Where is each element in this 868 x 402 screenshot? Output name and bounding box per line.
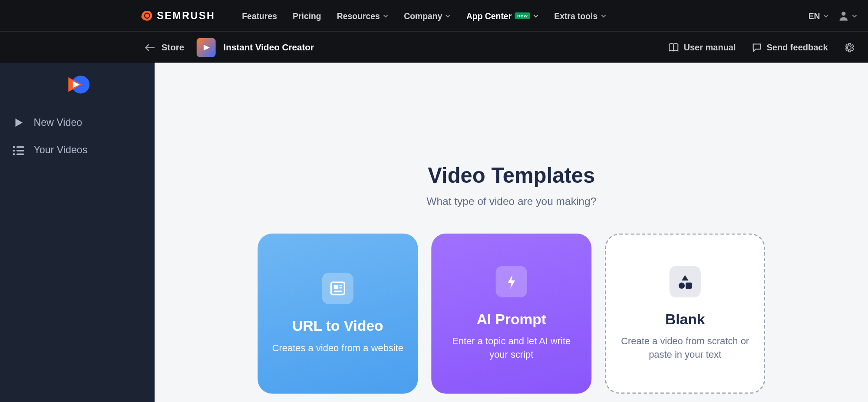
svg-point-8 [13,153,15,155]
app-icon [197,38,216,57]
nav-extra-tools[interactable]: Extra tools [554,11,606,20]
link-label: User manual [684,42,736,52]
nav-resources[interactable]: Resources [337,11,388,20]
svg-rect-12 [334,290,342,292]
send-feedback-link[interactable]: Send feedback [752,42,828,52]
sidebar-logo [0,74,155,95]
nav-label: App Center [466,11,512,20]
chevron-down-icon [852,13,857,18]
card-title: URL to Video [292,317,383,335]
svg-rect-13 [340,285,342,286]
svg-rect-5 [17,146,24,148]
nav-features[interactable]: Features [242,11,277,20]
subbar-right: User manual Send feedback [668,42,855,53]
user-manual-link[interactable]: User manual [668,42,736,52]
chevron-down-icon [383,13,389,18]
newspaper-icon [322,273,353,304]
page-title: Video Templates [237,164,786,188]
book-icon [668,42,679,52]
svg-rect-7 [17,150,24,152]
nav-app-center[interactable]: App Center new [466,11,538,20]
nav-label: Features [242,11,277,20]
nav-label: Company [404,11,442,20]
template-ai-prompt[interactable]: AI Prompt Enter a topic and let AI write… [431,234,591,394]
shapes-icon [670,266,701,297]
brand-logo[interactable]: SEMRUSH [139,8,215,23]
language-label: EN [809,11,820,20]
fireball-icon [139,8,154,23]
sidebar-item-new-video[interactable]: New Video [0,109,155,136]
new-badge: new [515,12,530,19]
language-selector[interactable]: EN [809,11,828,20]
sidebar-item-label: Your Videos [33,145,87,156]
link-label: Send feedback [766,42,828,52]
svg-rect-9 [17,153,24,155]
card-desc: Create a video from scratch or paste in … [620,335,751,361]
card-title: AI Prompt [477,311,546,328]
layout: New Video Your Videos Video Templates Wh… [0,63,868,402]
settings-button[interactable] [844,42,855,53]
template-blank[interactable]: Blank Create a video from scratch or pas… [605,234,765,394]
sidebar-item-your-videos[interactable]: Your Videos [0,137,155,164]
svg-rect-11 [334,285,338,289]
play-icon [12,116,24,129]
app-title: Instant Video Creator [224,42,314,52]
top-nav-right: EN [809,11,857,21]
gear-icon [844,42,855,53]
card-title: Blank [665,311,705,328]
back-to-store[interactable]: Store [145,42,184,52]
nav-label: Resources [337,11,380,20]
svg-point-15 [679,282,685,288]
lightning-icon [496,266,527,297]
chevron-down-icon [446,13,451,18]
user-icon [838,11,848,21]
nav-pricing[interactable]: Pricing [293,11,321,20]
card-desc: Enter a topic and let AI write your scri… [445,335,578,361]
nav-links: Features Pricing Resources Company App C… [242,11,606,20]
back-label: Store [162,42,185,52]
user-menu[interactable] [838,11,857,21]
nav-company[interactable]: Company [404,11,451,20]
template-cards: URL to Video Creates a video from a webs… [237,234,786,399]
sidebar: New Video Your Videos [0,63,155,402]
svg-point-4 [13,146,15,148]
nav-label: Pricing [293,11,321,20]
app-subbar: Store Instant Video Creator User manual … [0,32,868,63]
sidebar-item-label: New Video [33,117,82,129]
template-url-to-video[interactable]: URL to Video Creates a video from a webs… [257,234,418,394]
svg-point-6 [13,149,15,152]
svg-rect-14 [340,287,342,288]
nav-label: Extra tools [554,11,597,20]
svg-rect-16 [686,282,692,288]
arrow-left-icon [145,43,155,51]
page-subtitle: What type of video are you making? [237,195,786,208]
brand-text: SEMRUSH [157,10,215,22]
top-nav: SEMRUSH Features Pricing Resources Compa… [0,0,868,32]
card-desc: Creates a video from a website [272,341,403,355]
chevron-down-icon [601,13,606,18]
chevron-down-icon [823,13,828,18]
chat-icon [752,42,762,52]
chevron-down-icon [534,13,539,18]
main-content: Video Templates What type of video are y… [155,63,868,402]
play-logo-icon [65,74,90,95]
list-icon [12,145,24,156]
svg-point-2 [145,13,149,17]
